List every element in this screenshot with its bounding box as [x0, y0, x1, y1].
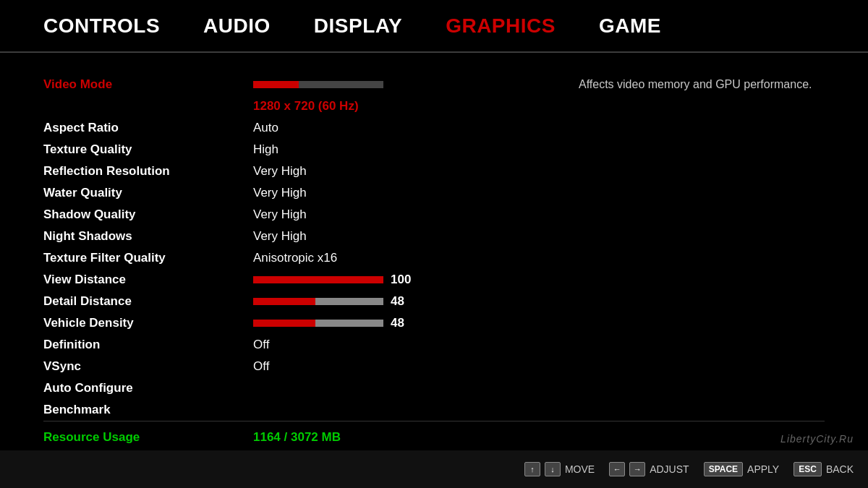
setting-row-shadow-quality[interactable]: Shadow Quality Very High: [43, 205, 564, 225]
setting-row-video-mode[interactable]: Video Mode: [43, 74, 564, 95]
view-distance-slider[interactable]: 100: [253, 273, 412, 287]
vehicle-density-gray: [315, 320, 383, 327]
watermark: LibertyCity.Ru: [780, 433, 854, 445]
setting-label-aspect-ratio: Aspect Ratio: [43, 121, 253, 135]
adjust-hint: ← → ADJUST: [609, 462, 689, 476]
left-arrow-icon: ←: [609, 462, 625, 476]
right-arrow-icon: →: [629, 462, 645, 476]
setting-label-texture-quality: Texture Quality: [43, 142, 253, 157]
setting-value-texture-filter-quality: Anisotropic x16: [253, 251, 337, 265]
detail-distance-slider[interactable]: 48: [253, 294, 412, 309]
nav-controls[interactable]: Controls: [43, 14, 160, 38]
setting-row-detail-distance[interactable]: Detail Distance 48: [43, 291, 564, 312]
view-distance-value: 100: [391, 273, 412, 287]
setting-row-texture-quality[interactable]: Texture Quality High: [43, 140, 564, 160]
apply-hint: SPACE APPLY: [704, 462, 780, 476]
view-distance-bar: [253, 276, 383, 283]
setting-label-texture-filter-quality: Texture Filter Quality: [43, 251, 253, 265]
setting-value-reflection-resolution: Very High: [253, 164, 307, 179]
resource-bar: Resource Usage 1164 / 3072 MB: [43, 421, 825, 445]
move-hint: ↑ ↓ MOVE: [524, 462, 595, 476]
setting-label-shadow-quality: Shadow Quality: [43, 207, 253, 222]
setting-row-video-mode-value: 1280 x 720 (60 Hz): [43, 96, 564, 116]
nav-graphics[interactable]: Graphics: [446, 14, 556, 38]
setting-value-texture-quality: High: [253, 142, 278, 157]
video-mode-fill: [253, 81, 299, 88]
space-key-icon: SPACE: [704, 462, 743, 476]
setting-value-definition: Off: [253, 338, 269, 352]
vehicle-density-slider[interactable]: 48: [253, 316, 412, 330]
setting-label-water-quality: Water Quality: [43, 186, 253, 200]
setting-value-night-shadows: Very High: [253, 229, 307, 244]
content-area: Video Mode 1280 x 720 (60 Hz) Aspect Rat…: [0, 53, 868, 407]
description-panel: Affects video memory and GPU performance…: [564, 67, 825, 407]
nav-game[interactable]: Game: [599, 14, 661, 38]
move-label: MOVE: [565, 463, 595, 475]
setting-label-view-distance: View Distance: [43, 273, 253, 287]
apply-label: APPLY: [747, 463, 779, 475]
setting-label-detail-distance: Detail Distance: [43, 294, 253, 309]
setting-row-texture-filter-quality[interactable]: Texture Filter Quality Anisotropic x16: [43, 248, 564, 268]
setting-label-vehicle-density: Vehicle Density: [43, 316, 253, 330]
settings-list: Video Mode 1280 x 720 (60 Hz) Aspect Rat…: [43, 67, 564, 407]
setting-label-reflection-resolution: Reflection Resolution: [43, 164, 253, 179]
setting-row-aspect-ratio[interactable]: Aspect Ratio Auto: [43, 118, 564, 138]
view-distance-fill: [253, 276, 383, 283]
esc-key-icon: ESC: [793, 462, 822, 476]
nav-display[interactable]: Display: [314, 14, 402, 38]
top-navigation: Controls Audio Display Graphics Game: [0, 0, 868, 52]
vehicle-density-value: 48: [391, 316, 412, 330]
setting-label-benchmark: Benchmark: [43, 403, 253, 417]
setting-value-shadow-quality: Very High: [253, 207, 307, 222]
setting-label-definition: Definition: [43, 338, 253, 352]
video-mode-bar: [253, 81, 383, 88]
detail-distance-gray: [315, 298, 383, 305]
setting-row-definition[interactable]: Definition Off: [43, 335, 564, 355]
back-hint: ESC BACK: [793, 462, 854, 476]
setting-row-vsync[interactable]: VSync Off: [43, 356, 564, 377]
setting-label-auto-configure: Auto Configure: [43, 381, 253, 395]
setting-row-reflection-resolution[interactable]: Reflection Resolution Very High: [43, 161, 564, 181]
adjust-label: ADJUST: [650, 463, 689, 475]
detail-distance-bar: [253, 298, 383, 305]
description-text: Affects video memory and GPU performance…: [579, 78, 825, 91]
setting-value-water-quality: Very High: [253, 186, 307, 200]
setting-row-night-shadows[interactable]: Night Shadows Very High: [43, 226, 564, 247]
setting-row-benchmark[interactable]: Benchmark: [43, 400, 564, 420]
video-mode-value: 1280 x 720 (60 Hz): [253, 99, 359, 114]
controls-bar: ↑ ↓ MOVE ← → ADJUST SPACE APPLY ESC BACK: [0, 450, 868, 488]
video-mode-slider[interactable]: [253, 81, 383, 88]
back-label: BACK: [826, 463, 854, 475]
up-arrow-icon: ↑: [524, 462, 540, 476]
setting-value-vsync: Off: [253, 359, 269, 374]
detail-distance-fill: [253, 298, 315, 305]
resource-label: Resource Usage: [43, 430, 253, 445]
vehicle-density-bar: [253, 320, 383, 327]
detail-distance-value: 48: [391, 294, 412, 309]
resource-value: 1164 / 3072 MB: [253, 430, 341, 445]
setting-row-vehicle-density[interactable]: Vehicle Density 48: [43, 313, 564, 333]
vehicle-density-fill: [253, 320, 315, 327]
setting-row-water-quality[interactable]: Water Quality Very High: [43, 183, 564, 203]
setting-label-video-mode: Video Mode: [43, 77, 253, 92]
setting-label-vsync: VSync: [43, 359, 253, 374]
setting-row-view-distance[interactable]: View Distance 100: [43, 270, 564, 290]
down-arrow-icon: ↓: [545, 462, 561, 476]
setting-row-auto-configure[interactable]: Auto Configure: [43, 378, 564, 398]
setting-label-night-shadows: Night Shadows: [43, 229, 253, 244]
nav-audio[interactable]: Audio: [203, 14, 271, 38]
setting-value-aspect-ratio: Auto: [253, 121, 278, 135]
